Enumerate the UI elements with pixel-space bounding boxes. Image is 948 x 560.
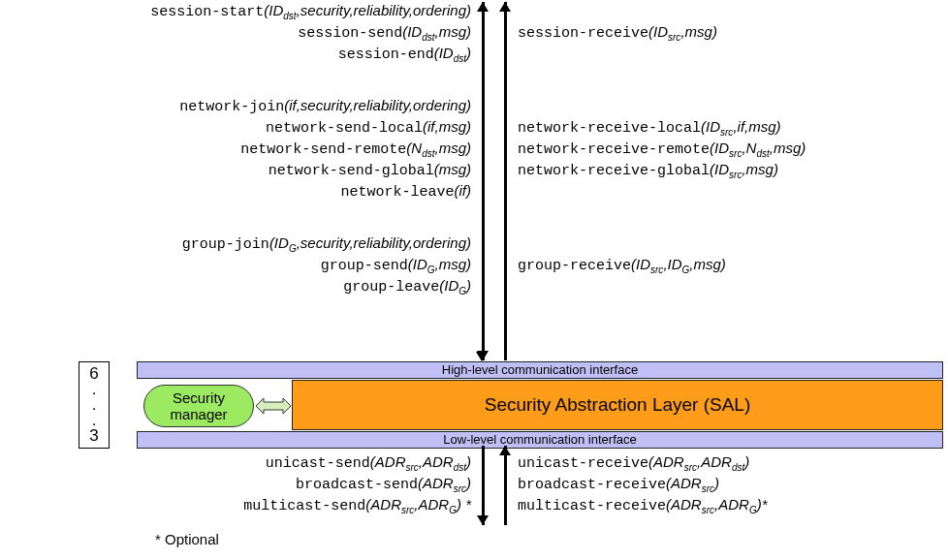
api-network-global: network-send-global(msg) network-receive… <box>0 161 948 180</box>
svg-marker-0 <box>256 398 291 414</box>
sal-box: Security Abstraction Layer (SAL) <box>292 380 943 430</box>
high-level-interface-bar: High-level communication interface <box>137 361 943 379</box>
arrow-tip-into-hlci <box>476 352 488 361</box>
optional-footnote: * Optional <box>155 531 219 547</box>
api-group-leave: group-leave(IDG) <box>0 277 948 296</box>
api-group-join: group-join(IDG,security,reliability,orde… <box>0 234 948 254</box>
api-session-start: session-start(IDdst,security,reliability… <box>0 2 948 21</box>
layer-top-number: 6 <box>89 364 98 383</box>
api-unicast: unicast-send(ADRsrc,ADRdst) unicast-rece… <box>0 453 948 473</box>
low-level-interface-bar: Low-level communication interface <box>137 431 943 449</box>
api-multicast: multicast-send(ADRsrc,ADRG) * multicast-… <box>0 496 948 515</box>
security-manager-box: Security manager <box>143 385 254 427</box>
api-network-remote: network-send-remote(Ndst,msg) network-re… <box>0 140 948 159</box>
api-group-send-receive: group-send(IDG,msg) group-receive(IDsrc,… <box>0 256 948 275</box>
api-network-leave: network-leave(if) <box>0 182 948 202</box>
double-arrow-icon <box>256 398 291 414</box>
security-manager-line1: Security <box>173 389 225 406</box>
api-session-send-receive: session-send(IDdst,msg) session-receive(… <box>0 23 948 43</box>
security-manager-line2: manager <box>170 406 227 422</box>
api-session-end: session-end(IDdst) <box>0 45 948 64</box>
api-network-join: network-join(if,security,reliability,ord… <box>0 97 948 116</box>
osi-layer-box: 6... 3 <box>79 361 110 449</box>
layer-bottom-number: 3 <box>89 426 98 445</box>
api-broadcast: broadcast-send(ADRsrc) broadcast-receive… <box>0 475 948 494</box>
api-network-local: network-send-local(if,msg) network-recei… <box>0 118 948 138</box>
